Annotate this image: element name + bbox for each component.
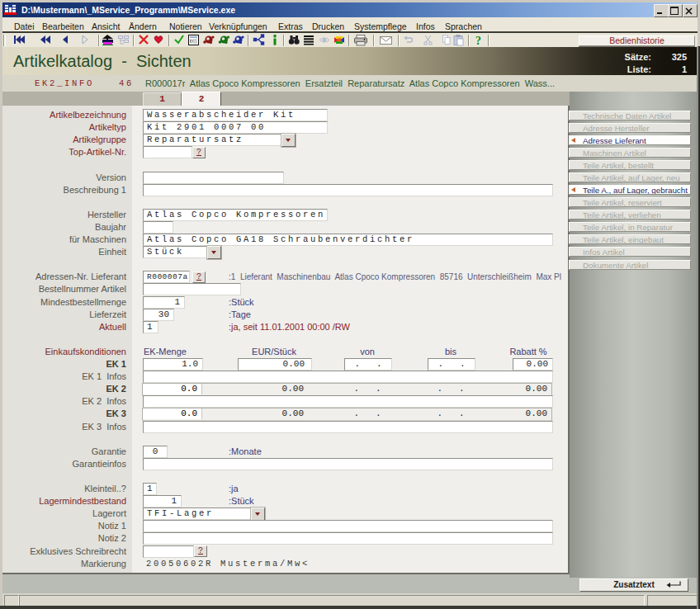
svg-text:?: ? xyxy=(475,35,481,47)
